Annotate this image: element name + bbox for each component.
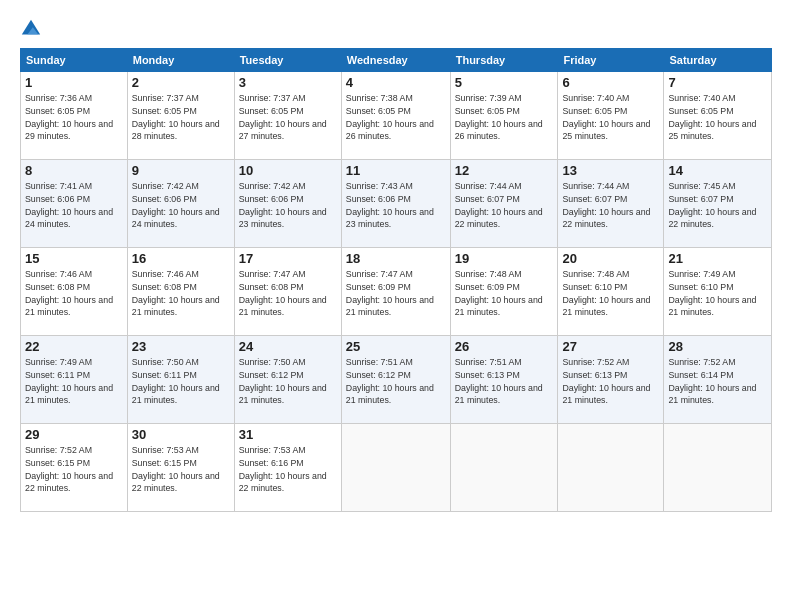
day-info: Sunrise: 7:50 AMSunset: 6:11 PMDaylight:… [132,356,230,407]
day-info: Sunrise: 7:53 AMSunset: 6:16 PMDaylight:… [239,444,337,495]
day-info: Sunrise: 7:37 AMSunset: 6:05 PMDaylight:… [132,92,230,143]
calendar-cell: 27Sunrise: 7:52 AMSunset: 6:13 PMDayligh… [558,336,664,424]
day-info: Sunrise: 7:51 AMSunset: 6:13 PMDaylight:… [455,356,554,407]
day-number: 31 [239,427,337,442]
page: SundayMondayTuesdayWednesdayThursdayFrid… [0,0,792,612]
calendar-cell: 9Sunrise: 7:42 AMSunset: 6:06 PMDaylight… [127,160,234,248]
day-info: Sunrise: 7:40 AMSunset: 6:05 PMDaylight:… [668,92,767,143]
calendar-cell: 11Sunrise: 7:43 AMSunset: 6:06 PMDayligh… [341,160,450,248]
day-number: 11 [346,163,446,178]
calendar-cell: 29Sunrise: 7:52 AMSunset: 6:15 PMDayligh… [21,424,128,512]
weekday-header: Tuesday [234,49,341,72]
day-info: Sunrise: 7:41 AMSunset: 6:06 PMDaylight:… [25,180,123,231]
day-number: 16 [132,251,230,266]
day-info: Sunrise: 7:45 AMSunset: 6:07 PMDaylight:… [668,180,767,231]
day-info: Sunrise: 7:42 AMSunset: 6:06 PMDaylight:… [239,180,337,231]
calendar-header-row: SundayMondayTuesdayWednesdayThursdayFrid… [21,49,772,72]
day-number: 8 [25,163,123,178]
day-info: Sunrise: 7:40 AMSunset: 6:05 PMDaylight:… [562,92,659,143]
calendar-table: SundayMondayTuesdayWednesdayThursdayFrid… [20,48,772,512]
day-number: 29 [25,427,123,442]
calendar-cell: 31Sunrise: 7:53 AMSunset: 6:16 PMDayligh… [234,424,341,512]
calendar-cell: 26Sunrise: 7:51 AMSunset: 6:13 PMDayligh… [450,336,558,424]
day-number: 24 [239,339,337,354]
day-number: 22 [25,339,123,354]
day-info: Sunrise: 7:42 AMSunset: 6:06 PMDaylight:… [132,180,230,231]
calendar-cell: 7Sunrise: 7:40 AMSunset: 6:05 PMDaylight… [664,72,772,160]
day-number: 7 [668,75,767,90]
calendar-cell: 3Sunrise: 7:37 AMSunset: 6:05 PMDaylight… [234,72,341,160]
weekday-header: Thursday [450,49,558,72]
weekday-header: Wednesday [341,49,450,72]
calendar-cell [664,424,772,512]
day-info: Sunrise: 7:48 AMSunset: 6:10 PMDaylight:… [562,268,659,319]
day-info: Sunrise: 7:43 AMSunset: 6:06 PMDaylight:… [346,180,446,231]
calendar-cell: 15Sunrise: 7:46 AMSunset: 6:08 PMDayligh… [21,248,128,336]
day-number: 19 [455,251,554,266]
calendar-cell: 20Sunrise: 7:48 AMSunset: 6:10 PMDayligh… [558,248,664,336]
day-number: 26 [455,339,554,354]
calendar-cell: 28Sunrise: 7:52 AMSunset: 6:14 PMDayligh… [664,336,772,424]
calendar-cell: 8Sunrise: 7:41 AMSunset: 6:06 PMDaylight… [21,160,128,248]
day-info: Sunrise: 7:50 AMSunset: 6:12 PMDaylight:… [239,356,337,407]
day-number: 9 [132,163,230,178]
day-number: 25 [346,339,446,354]
calendar-cell: 1Sunrise: 7:36 AMSunset: 6:05 PMDaylight… [21,72,128,160]
calendar-cell: 19Sunrise: 7:48 AMSunset: 6:09 PMDayligh… [450,248,558,336]
calendar-week-row: 8Sunrise: 7:41 AMSunset: 6:06 PMDaylight… [21,160,772,248]
day-info: Sunrise: 7:36 AMSunset: 6:05 PMDaylight:… [25,92,123,143]
calendar-cell: 6Sunrise: 7:40 AMSunset: 6:05 PMDaylight… [558,72,664,160]
calendar-week-row: 1Sunrise: 7:36 AMSunset: 6:05 PMDaylight… [21,72,772,160]
calendar-cell: 18Sunrise: 7:47 AMSunset: 6:09 PMDayligh… [341,248,450,336]
day-number: 13 [562,163,659,178]
day-number: 10 [239,163,337,178]
calendar-cell [558,424,664,512]
weekday-header: Saturday [664,49,772,72]
day-info: Sunrise: 7:38 AMSunset: 6:05 PMDaylight:… [346,92,446,143]
calendar-cell: 4Sunrise: 7:38 AMSunset: 6:05 PMDaylight… [341,72,450,160]
calendar-week-row: 22Sunrise: 7:49 AMSunset: 6:11 PMDayligh… [21,336,772,424]
day-info: Sunrise: 7:37 AMSunset: 6:05 PMDaylight:… [239,92,337,143]
calendar-cell: 23Sunrise: 7:50 AMSunset: 6:11 PMDayligh… [127,336,234,424]
calendar-cell: 14Sunrise: 7:45 AMSunset: 6:07 PMDayligh… [664,160,772,248]
calendar-cell: 2Sunrise: 7:37 AMSunset: 6:05 PMDaylight… [127,72,234,160]
day-info: Sunrise: 7:46 AMSunset: 6:08 PMDaylight:… [25,268,123,319]
calendar-body: 1Sunrise: 7:36 AMSunset: 6:05 PMDaylight… [21,72,772,512]
weekday-header: Friday [558,49,664,72]
day-number: 5 [455,75,554,90]
day-info: Sunrise: 7:53 AMSunset: 6:15 PMDaylight:… [132,444,230,495]
day-number: 6 [562,75,659,90]
day-info: Sunrise: 7:47 AMSunset: 6:09 PMDaylight:… [346,268,446,319]
day-info: Sunrise: 7:48 AMSunset: 6:09 PMDaylight:… [455,268,554,319]
day-info: Sunrise: 7:51 AMSunset: 6:12 PMDaylight:… [346,356,446,407]
calendar-cell: 17Sunrise: 7:47 AMSunset: 6:08 PMDayligh… [234,248,341,336]
day-info: Sunrise: 7:52 AMSunset: 6:13 PMDaylight:… [562,356,659,407]
calendar-cell [450,424,558,512]
weekday-header: Monday [127,49,234,72]
day-number: 21 [668,251,767,266]
day-number: 28 [668,339,767,354]
day-info: Sunrise: 7:52 AMSunset: 6:14 PMDaylight:… [668,356,767,407]
day-number: 30 [132,427,230,442]
calendar-cell: 13Sunrise: 7:44 AMSunset: 6:07 PMDayligh… [558,160,664,248]
day-number: 4 [346,75,446,90]
logo-icon [20,18,42,40]
day-number: 1 [25,75,123,90]
calendar-cell: 22Sunrise: 7:49 AMSunset: 6:11 PMDayligh… [21,336,128,424]
logo [20,18,44,40]
day-info: Sunrise: 7:44 AMSunset: 6:07 PMDaylight:… [562,180,659,231]
day-info: Sunrise: 7:49 AMSunset: 6:10 PMDaylight:… [668,268,767,319]
day-number: 27 [562,339,659,354]
calendar-cell: 21Sunrise: 7:49 AMSunset: 6:10 PMDayligh… [664,248,772,336]
calendar-cell: 30Sunrise: 7:53 AMSunset: 6:15 PMDayligh… [127,424,234,512]
calendar-week-row: 15Sunrise: 7:46 AMSunset: 6:08 PMDayligh… [21,248,772,336]
day-info: Sunrise: 7:39 AMSunset: 6:05 PMDaylight:… [455,92,554,143]
calendar-cell: 24Sunrise: 7:50 AMSunset: 6:12 PMDayligh… [234,336,341,424]
day-info: Sunrise: 7:52 AMSunset: 6:15 PMDaylight:… [25,444,123,495]
calendar-cell: 12Sunrise: 7:44 AMSunset: 6:07 PMDayligh… [450,160,558,248]
day-number: 15 [25,251,123,266]
day-number: 2 [132,75,230,90]
day-info: Sunrise: 7:44 AMSunset: 6:07 PMDaylight:… [455,180,554,231]
day-info: Sunrise: 7:47 AMSunset: 6:08 PMDaylight:… [239,268,337,319]
day-number: 23 [132,339,230,354]
